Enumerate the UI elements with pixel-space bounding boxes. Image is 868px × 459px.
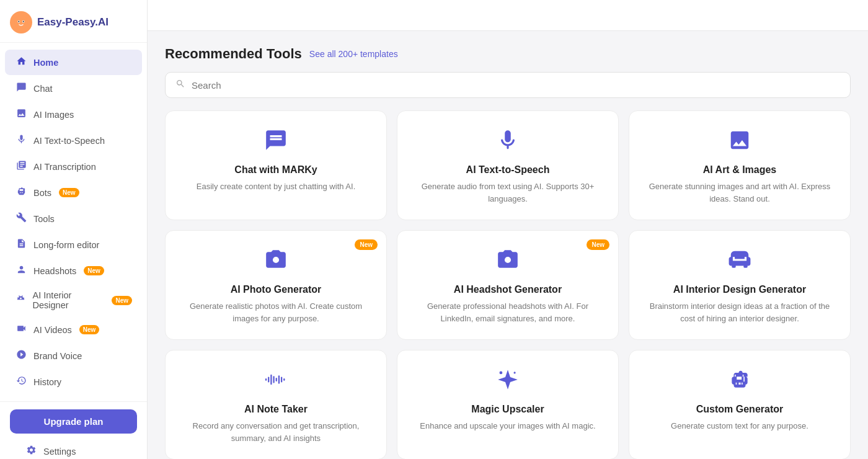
search-bar [165, 72, 851, 98]
sidebar-label-longform: Long-form editor [33, 240, 99, 250]
tool-desc-ai-tts: Generate audio from text using AI. Suppo… [412, 180, 603, 205]
sidebar-label-tools: Tools [33, 214, 55, 224]
ai-photo-badge: New [355, 239, 378, 250]
tool-card-ai-photo[interactable]: New AI Photo Generator Generate realisti… [165, 230, 387, 340]
svg-rect-6 [268, 377, 269, 382]
svg-rect-8 [273, 376, 274, 383]
home-icon [15, 56, 27, 69]
sidebar-label-home: Home [33, 58, 58, 68]
tool-title-ai-interior: AI Interior Design Generator [673, 284, 806, 295]
tool-title-ai-photo: AI Photo Generator [231, 284, 322, 295]
tools-grid: Chat with MARKy Easily create content by… [165, 110, 851, 459]
search-input[interactable] [192, 80, 840, 91]
sidebar-item-longform[interactable]: Long-form editor [5, 232, 142, 257]
camera-2-icon [496, 248, 520, 277]
editor-icon [15, 238, 27, 251]
svg-rect-9 [276, 378, 277, 381]
art-images-icon [728, 128, 751, 157]
tool-card-magic-upscaler[interactable]: Magic Upscaler Enhance and upscale your … [397, 350, 619, 459]
image-icon [15, 108, 27, 121]
sidebar-item-ai-tts[interactable]: AI Text-to-Speech [5, 128, 142, 153]
sidebar-item-home[interactable]: Home [5, 50, 142, 75]
sparkles-icon [496, 368, 520, 396]
tool-card-custom-gen[interactable]: Custom Generator Generate custom text fo… [629, 350, 851, 459]
sidebar-item-ai-videos[interactable]: AI Videos New [5, 317, 142, 342]
section-header: Recommended Tools See all 200+ templates [165, 46, 851, 62]
tool-title-ai-note: AI Note Taker [244, 404, 308, 415]
tool-title-chat-marky: Chat with MARKy [234, 164, 317, 176]
tools-icon [15, 212, 27, 225]
content-area: Recommended Tools See all 200+ templates… [148, 46, 868, 459]
tool-desc-ai-photo: Generate realistic photos with AI. Creat… [180, 300, 371, 324]
sidebar-label-history: History [33, 377, 61, 387]
chat-icon [15, 82, 27, 95]
svg-rect-10 [278, 375, 280, 384]
tool-card-ai-headshot[interactable]: New AI Headshot Generator Generate profe… [397, 230, 619, 340]
mic-icon [15, 134, 27, 147]
sidebar-label-ai-tts: AI Text-to-Speech [33, 136, 105, 146]
sidebar-label-brand-voice: Brand Voice [33, 351, 82, 361]
tool-desc-ai-note: Record any conversation and get transcri… [180, 420, 371, 444]
sidebar-label-ai-images: AI Images [33, 110, 74, 120]
sidebar-item-ai-transcription[interactable]: AI Transcription [5, 154, 142, 179]
tool-title-magic-upscaler: Magic Upscaler [471, 404, 544, 415]
section-title: Recommended Tools [165, 46, 302, 62]
svg-rect-12 [283, 378, 285, 381]
tool-card-ai-art[interactable]: AI Art & Images Generate stunning images… [629, 110, 851, 220]
see-all-link[interactable]: See all 200+ templates [309, 49, 398, 59]
upgrade-button[interactable]: Upgrade plan [10, 409, 137, 434]
tool-card-ai-note[interactable]: AI Note Taker Record any conversation an… [165, 350, 387, 459]
sidebar-label-chat: Chat [33, 84, 53, 94]
sidebar-item-tools[interactable]: Tools [5, 206, 142, 231]
sidebar-item-settings[interactable]: Settings [15, 439, 132, 459]
sidebar-label-headshots: Headshots [33, 266, 76, 276]
sidebar-label-bots: Bots [33, 188, 51, 198]
logo-icon [10, 11, 32, 33]
tool-card-ai-tts[interactable]: AI Text-to-Speech Generate audio from te… [397, 110, 619, 220]
tool-desc-ai-interior: Brainstorm interior design ideas at a fr… [644, 300, 835, 324]
ai-headshot-badge: New [587, 239, 609, 250]
tool-desc-magic-upscaler: Enhance and upscale your images with AI … [420, 420, 595, 432]
sidebar-item-history[interactable]: History [5, 369, 142, 394]
waveform-icon [264, 368, 288, 396]
video-icon [15, 323, 27, 336]
sidebar-item-brand-voice[interactable]: Brand Voice [5, 343, 142, 368]
camera-icon [264, 248, 288, 277]
bots-icon [15, 186, 27, 199]
sidebar-label-ai-videos: AI Videos [33, 325, 72, 335]
tool-title-ai-tts: AI Text-to-Speech [466, 164, 550, 176]
microphone-icon [496, 128, 520, 157]
chat-bubble-icon [264, 128, 288, 157]
main-content: Recommended Tools See all 200+ templates… [148, 0, 868, 459]
tool-desc-ai-headshot: Generate professional headshots with AI.… [412, 300, 603, 324]
headshots-badge: New [84, 266, 104, 275]
logo-text: Easy-Peasy.AI [37, 16, 108, 29]
tool-desc-custom-gen: Generate custom text for any purpose. [671, 420, 808, 432]
sidebar-item-bots[interactable]: Bots New [5, 180, 142, 205]
transcription-icon [15, 160, 27, 173]
sofa-icon [728, 248, 751, 277]
interior-badge: New [112, 296, 132, 305]
tool-card-chat-marky[interactable]: Chat with MARKy Easily create content by… [165, 110, 387, 220]
svg-point-13 [500, 372, 503, 375]
settings-icon [25, 445, 37, 458]
tool-title-ai-headshot: AI Headshot Generator [454, 284, 562, 295]
svg-rect-11 [281, 377, 282, 382]
tool-title-ai-art: AI Art & Images [703, 164, 777, 176]
svg-rect-5 [265, 378, 267, 381]
interior-icon [15, 294, 27, 307]
sidebar-item-chat[interactable]: Chat [5, 76, 142, 101]
top-bar [148, 0, 868, 31]
logo[interactable]: Easy-Peasy.AI [0, 0, 147, 43]
sidebar-label-ai-transcription: AI Transcription [33, 162, 96, 172]
brand-icon [15, 349, 27, 362]
sidebar-item-ai-images[interactable]: AI Images [5, 102, 142, 127]
svg-rect-7 [270, 375, 272, 385]
tool-desc-chat-marky: Easily create content by just chatting w… [197, 180, 356, 193]
settings-label: Settings [43, 447, 76, 457]
tool-card-ai-interior[interactable]: AI Interior Design Generator Brainstorm … [629, 230, 851, 340]
sidebar-item-headshots[interactable]: Headshots New [5, 258, 142, 283]
sidebar-item-interior[interactable]: AI Interior Designer New [5, 284, 142, 316]
tool-title-custom-gen: Custom Generator [696, 404, 783, 415]
sidebar: Easy-Peasy.AI Home Chat AI Images [0, 0, 148, 459]
